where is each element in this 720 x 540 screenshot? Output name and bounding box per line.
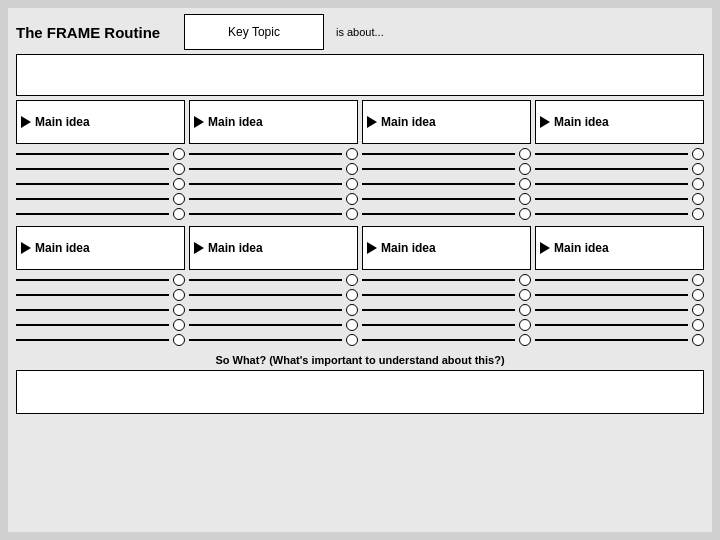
line (362, 183, 515, 185)
line-row (189, 289, 358, 301)
line-row (362, 208, 531, 220)
line (362, 168, 515, 170)
line-row (16, 274, 185, 286)
app-title: The FRAME Routine (16, 24, 176, 41)
line-row (362, 178, 531, 190)
line-row (189, 274, 358, 286)
main-idea-box-1[interactable]: Main idea (16, 100, 185, 144)
main-idea-label-6: Main idea (208, 241, 263, 255)
line-row (16, 193, 185, 205)
line (16, 309, 169, 311)
circle-bullet (173, 193, 185, 205)
line-row (535, 148, 704, 160)
column-1-bottom: Main idea (16, 226, 185, 348)
main-idea-box-4[interactable]: Main idea (535, 100, 704, 144)
line (189, 324, 342, 326)
line-row (189, 334, 358, 346)
line (16, 324, 169, 326)
lines-group-1 (16, 146, 185, 222)
so-what-box[interactable] (16, 370, 704, 414)
page: The FRAME Routine Key Topic is about... … (8, 8, 712, 532)
column-4-bottom: Main idea (535, 226, 704, 348)
circle-bullet (346, 208, 358, 220)
circle-bullet (519, 274, 531, 286)
main-idea-label-4: Main idea (554, 115, 609, 129)
line-row (16, 319, 185, 331)
circle-bullet (692, 274, 704, 286)
line-row (362, 148, 531, 160)
circle-bullet (173, 319, 185, 331)
main-idea-label-1: Main idea (35, 115, 90, 129)
line-row (189, 304, 358, 316)
line-row (189, 193, 358, 205)
line-row (189, 148, 358, 160)
main-idea-box-8[interactable]: Main idea (535, 226, 704, 270)
arrow-icon-1 (21, 116, 31, 128)
circle-bullet (346, 163, 358, 175)
circle-bullet (692, 178, 704, 190)
circle-bullet (173, 334, 185, 346)
circle-bullet (346, 178, 358, 190)
circle-bullet (173, 208, 185, 220)
line-row (189, 319, 358, 331)
arrow-icon-8 (540, 242, 550, 254)
main-idea-box-2[interactable]: Main idea (189, 100, 358, 144)
main-idea-box-7[interactable]: Main idea (362, 226, 531, 270)
header-row: The FRAME Routine Key Topic is about... (16, 14, 704, 50)
line (16, 279, 169, 281)
line (16, 198, 169, 200)
line (16, 153, 169, 155)
line-row (362, 304, 531, 316)
line-row (16, 178, 185, 190)
main-idea-label-5: Main idea (35, 241, 90, 255)
line (16, 183, 169, 185)
lines-group-6 (189, 272, 358, 348)
line-row (362, 334, 531, 346)
line (189, 294, 342, 296)
circle-bullet (346, 148, 358, 160)
line (16, 213, 169, 215)
circle-bullet (346, 319, 358, 331)
circle-bullet (692, 193, 704, 205)
line-row (16, 208, 185, 220)
circle-bullet (692, 289, 704, 301)
arrow-icon-4 (540, 116, 550, 128)
lines-group-8 (535, 272, 704, 348)
line (535, 198, 688, 200)
line (16, 339, 169, 341)
line (362, 294, 515, 296)
arrow-icon-7 (367, 242, 377, 254)
line (362, 339, 515, 341)
circle-bullet (173, 148, 185, 160)
circle-bullet (173, 289, 185, 301)
about-box[interactable] (16, 54, 704, 96)
lines-group-3 (362, 146, 531, 222)
line-row (16, 334, 185, 346)
circle-bullet (519, 193, 531, 205)
circle-bullet (173, 304, 185, 316)
line-row (189, 208, 358, 220)
line (189, 213, 342, 215)
main-idea-box-3[interactable]: Main idea (362, 100, 531, 144)
line-row (362, 274, 531, 286)
circle-bullet (692, 319, 704, 331)
column-2-bottom: Main idea (189, 226, 358, 348)
line (189, 168, 342, 170)
line (535, 324, 688, 326)
main-idea-box-5[interactable]: Main idea (16, 226, 185, 270)
main-idea-box-6[interactable]: Main idea (189, 226, 358, 270)
circle-bullet (692, 334, 704, 346)
key-topic-box[interactable]: Key Topic (184, 14, 324, 50)
line-row (362, 193, 531, 205)
arrow-icon-5 (21, 242, 31, 254)
line (535, 213, 688, 215)
line (189, 198, 342, 200)
arrow-icon-6 (194, 242, 204, 254)
circle-bullet (346, 334, 358, 346)
line (362, 324, 515, 326)
line (535, 168, 688, 170)
line (189, 279, 342, 281)
circle-bullet (346, 289, 358, 301)
line-row (16, 163, 185, 175)
line-row (535, 274, 704, 286)
